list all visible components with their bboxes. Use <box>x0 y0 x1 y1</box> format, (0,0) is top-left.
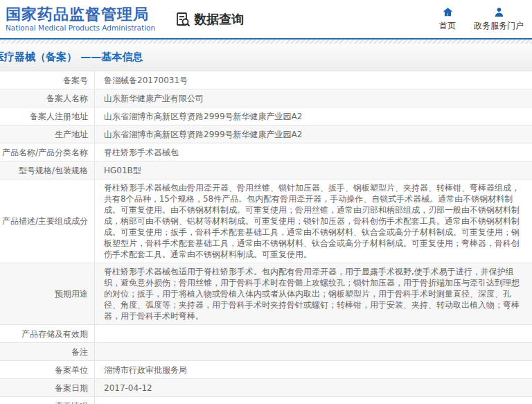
row-label-change-status: 变更情况 <box>0 397 95 404</box>
table-row-product-name: 产品名称/产品分类名称脊柱矫形手术器械包 <box>0 143 532 161</box>
table-row-storage-validity: 产品存储及有效期 <box>0 325 532 343</box>
row-value-model-spec: HG01B型 <box>95 161 532 179</box>
row-value-remarks <box>95 343 532 360</box>
nav-home-label: 首页 <box>439 20 456 32</box>
data-query-label: 数据查询 <box>194 11 244 28</box>
row-label-product-description: 产品描述/主要组成成分 <box>0 179 95 263</box>
nav-portal-label: 政务服务门户 <box>474 20 524 32</box>
table-row-change-status: 变更情况 <box>0 397 532 404</box>
row-value-intended-use: 脊柱矫形手术器械包适用于脊柱矫形手术。包内配有骨用牵开器，用于显露手术视野,使手… <box>95 263 532 324</box>
row-value-filing-authority: 淄博市行政审批服务局 <box>95 361 532 378</box>
table-row-remarks: 备注 <box>0 343 532 361</box>
logo-subtitle: National Medical Products Administration <box>6 24 155 33</box>
page-title: 医疗器械（备案） ——基本信息 <box>0 51 143 64</box>
row-label-product-name: 产品名称/产品分类名称 <box>0 143 95 161</box>
document-search-icon <box>175 11 191 28</box>
row-value-filing-date: 2017-04-12 <box>95 379 532 396</box>
table-row-filing-authority: 备案单位淄博市行政审批服务局 <box>0 361 532 379</box>
site-header: 国家药品监督管理局 National Medical Products Admi… <box>0 0 532 39</box>
row-value-change-status <box>95 397 532 404</box>
row-value-product-description: 脊柱矫形手术器械包由骨用牵开器、骨用丝锥、锁针加压器、扳手、钢板塑型片、夹持器、… <box>95 179 532 263</box>
row-value-storage-validity <box>95 325 532 342</box>
row-value-filer-registered-address: 山东省淄博市高新区尊贤路2999号新华健康产业园A2 <box>95 107 532 125</box>
row-label-intended-use: 预期用途 <box>0 263 95 324</box>
nav-portal[interactable]: 政务服务门户 <box>474 6 524 32</box>
table-row-record-number: 备案号鲁淄械备20170031号 <box>0 71 532 89</box>
row-label-filer-name: 备案人名称 <box>0 89 95 107</box>
row-label-production-address: 生产地址 <box>0 125 95 143</box>
row-value-filer-name: 山东新华健康产业有限公司 <box>95 89 532 107</box>
info-table: 备案号鲁淄械备20170031号备案人名称山东新华健康产业有限公司备案人注册地址… <box>0 71 532 404</box>
nmpa-logo[interactable]: 国家药品监督管理局 National Medical Products Admi… <box>6 6 155 33</box>
row-label-storage-validity: 产品存储及有效期 <box>0 325 95 342</box>
row-value-production-address: 山东省淄博市高新区尊贤路2999号新华健康产业园A2 <box>95 125 532 143</box>
logo-title: 国家药品监督管理局 <box>6 6 155 24</box>
table-row-product-description: 产品描述/主要组成成分脊柱矫形手术器械包由骨用牵开器、骨用丝锥、锁针加压器、扳手… <box>0 179 532 263</box>
page: 国家药品监督管理局 National Medical Products Admi… <box>0 0 532 404</box>
row-label-record-number: 备案号 <box>0 71 95 89</box>
nav-home[interactable]: 首页 <box>439 6 456 32</box>
table-row-model-spec: 型号规格/包装规格HG01B型 <box>0 161 532 179</box>
table-row-filing-date: 备案日期2017-04-12 <box>0 379 532 397</box>
data-query-heading: 数据查询 <box>175 11 244 28</box>
header-nav: 首页 政务服务门户 <box>421 6 532 32</box>
row-label-remarks: 备注 <box>0 343 95 360</box>
row-value-record-number: 鲁淄械备20170031号 <box>95 71 532 89</box>
page-title-bar: 医疗器械（备案） ——基本信息 <box>0 44 532 71</box>
home-icon <box>442 6 454 18</box>
row-value-product-name: 脊柱矫形手术器械包 <box>95 143 532 161</box>
row-label-filing-date: 备案日期 <box>0 379 95 396</box>
table-row-filer-name: 备案人名称山东新华健康产业有限公司 <box>0 89 532 107</box>
row-label-filing-authority: 备案单位 <box>0 361 95 378</box>
table-row-intended-use: 预期用途脊柱矫形手术器械包适用于脊柱矫形手术。包内配有骨用牵开器，用于显露手术视… <box>0 263 532 325</box>
table-row-production-address: 生产地址山东省淄博市高新区尊贤路2999号新华健康产业园A2 <box>0 125 532 143</box>
row-label-model-spec: 型号规格/包装规格 <box>0 161 95 179</box>
user-icon <box>493 6 505 18</box>
row-label-filer-registered-address: 备案人注册地址 <box>0 107 95 125</box>
table-row-filer-registered-address: 备案人注册地址山东省淄博市高新区尊贤路2999号新华健康产业园A2 <box>0 107 532 125</box>
